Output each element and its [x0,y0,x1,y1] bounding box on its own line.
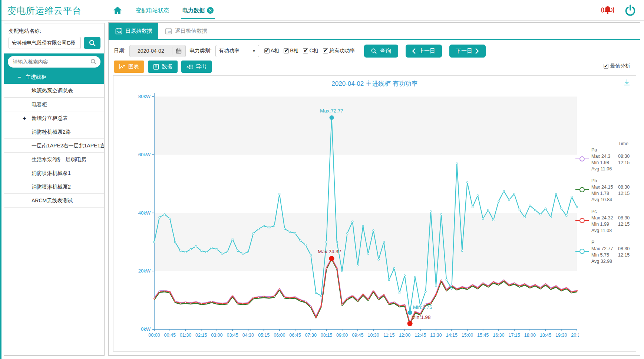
chart-view-button[interactable]: 图表 [114,61,144,73]
svg-text:07:30: 07:30 [305,333,317,338]
svg-text:00:45: 00:45 [164,333,176,338]
svg-text:09:00: 09:00 [336,333,348,338]
legend-entry[interactable]: Pc Max 24.3208:30 Min 1.9912:15 Avg 11.0… [575,209,634,234]
tree-item[interactable]: ARCM无线表测试 [4,194,104,208]
tree-item-label: 消防喷淋机械泵1 [32,170,71,176]
alarm-bell-icon[interactable] [600,4,615,16]
download-icon[interactable] [623,79,631,86]
data-view-button[interactable]: 数据 [148,61,178,73]
station-search-button[interactable] [84,37,100,49]
app-header: 变电所运维云平台 变配电站状态 电力数据 ✕ [1,0,644,21]
svg-text:08:15: 08:15 [321,333,332,338]
nav-tab-station-status[interactable]: 变配电站状态 [136,0,169,21]
svg-text:Min:5.75: Min:5.75 [413,304,432,310]
tree-item[interactable]: 地源热泵空调总表 [4,84,104,98]
svg-text:20:15: 20:15 [571,333,579,338]
svg-text:40kW: 40kW [138,210,151,216]
tree-item[interactable]: 电容柜 [4,98,104,111]
phase-checkbox-label: 总有功功率 [329,48,355,54]
legend-entry[interactable]: Time Pa Max 24.308:30 Min 1.9812:15 Avg … [575,147,634,172]
prev-day-label: 上一日 [419,48,435,55]
tree-item[interactable]: 消防喷淋机械泵1 [4,166,104,180]
legend-entry[interactable]: Pb Max 24.1508:30 Min 1.7812:15 Avg 10.8… [575,178,634,203]
tree-item-label: 地源热泵空调总表 [32,88,73,94]
power-type-select[interactable]: 有功功率 ▼ [215,45,259,57]
collapse-icon[interactable]: − [17,70,21,84]
next-day-label: 下一日 [456,48,472,55]
tree-filter-input[interactable] [8,56,100,68]
legend-max-row: Max 24.308:30 [591,153,634,160]
chart-view-label: 图表 [128,63,139,70]
nav-tab-power-data[interactable]: 电力数据 ✕ [182,0,214,21]
export-label: 导出 [196,63,207,70]
svg-text:18:00: 18:00 [524,333,536,338]
svg-text:X: X [186,65,189,69]
next-day-button[interactable]: 下一日 [449,45,486,58]
expand-icon[interactable]: + [23,111,26,125]
svg-text:03:00: 03:00 [211,333,222,338]
main-panel: +1d 日原始数据 +1M 逐日极值数据 日期: 2020-04-02 [108,22,640,356]
app-title: 变电所运维云平台 [7,5,82,17]
legend-marker-icon [575,187,589,193]
max-analysis-checkbox[interactable]: 最值分析 [604,63,630,69]
calendar-icon [176,48,182,54]
svg-text:0kW: 0kW [141,326,151,332]
calendar-day-icon: +1d [115,27,122,35]
home-icon[interactable] [113,6,122,15]
chevron-right-icon [475,48,479,54]
query-button[interactable]: 查询 [364,45,398,58]
tree-item-label: 消防栓机械泵2路 [32,129,71,135]
legend-min-row: Min 1.9912:15 [591,221,634,228]
svg-text:15:45: 15:45 [477,333,489,338]
export-button[interactable]: X 导出 [181,61,212,73]
station-name-input[interactable] [9,37,81,49]
tree-item[interactable]: 消防栓机械泵2路 [4,125,104,139]
chart-svg: 0kW20kW40kW60kW80kW00:0000:4501:3002:150… [113,86,579,350]
svg-text:06:45: 06:45 [289,333,301,338]
phase-checkbox-label: C相 [309,48,318,54]
tree-item[interactable]: 一层南1APE2右一层北1APE1左 [4,139,104,153]
tree-item-label: 新增分立柜总表 [32,115,68,121]
svg-text:Max:72.77: Max:72.77 [320,108,343,114]
phase-checkbox[interactable]: C相 [303,48,318,54]
tree-item[interactable]: 消防喷淋机械泵2 [4,180,104,194]
svg-text:17:15: 17:15 [508,333,520,338]
tree-item-label: ARCM无线表测试 [32,198,73,203]
close-tab-icon[interactable]: ✕ [207,7,214,14]
tree-item[interactable]: −主进线柜 [4,70,104,84]
legend-min-row: Min 1.9812:15 [591,160,634,166]
svg-text:12:45: 12:45 [415,333,426,338]
nav-tab-label: 电力数据 [182,7,205,14]
query-button-label: 查询 [380,48,391,55]
tab-daily-extreme-data[interactable]: +1M 逐日极值数据 [158,23,214,39]
chart-legend: Time Pa Max 24.308:30 Min 1.9812:15 Avg … [575,147,634,270]
tab-daily-raw-data[interactable]: +1d 日原始数据 [109,23,159,39]
legend-min-row: Min 1.7812:15 [591,190,634,197]
calendar-month-icon: +1M [165,27,172,35]
prev-day-button[interactable]: 上一日 [406,45,442,58]
search-icon [371,48,377,54]
svg-text:05:15: 05:15 [258,333,270,338]
svg-text:+1d: +1d [116,30,121,33]
checkbox-icon [284,48,289,53]
tree-item[interactable]: +新增分立柜总表 [4,111,104,125]
power-logout-icon[interactable] [625,4,636,16]
svg-text:13:30: 13:30 [430,333,442,338]
station-name-label: 变配电站名称: [9,28,104,35]
legend-series-name: P [591,239,634,246]
svg-text:11:15: 11:15 [383,333,394,338]
tree-filter-band [4,53,104,70]
phase-checkbox[interactable]: B相 [284,48,298,54]
svg-text:Max:24.32: Max:24.32 [318,249,341,254]
data-view-label: 数据 [162,63,172,70]
svg-text:04:30: 04:30 [242,333,254,338]
svg-text:06:00: 06:00 [274,333,285,338]
phase-checkbox[interactable]: A相 [264,48,279,54]
tree-item[interactable]: 生活水泵2路一层弱电房 [4,153,104,166]
svg-text:02:15: 02:15 [195,333,207,338]
date-picker[interactable]: 2020-04-02 [129,45,186,57]
phase-checkbox[interactable]: 总有功功率 [323,48,355,54]
legend-avg-row: Avg 11.08 [591,228,634,234]
legend-entry[interactable]: P Max 72.7708:30 Min 5.7512:15 Avg 32.98 [575,239,634,265]
svg-text:15:00: 15:00 [462,333,473,338]
